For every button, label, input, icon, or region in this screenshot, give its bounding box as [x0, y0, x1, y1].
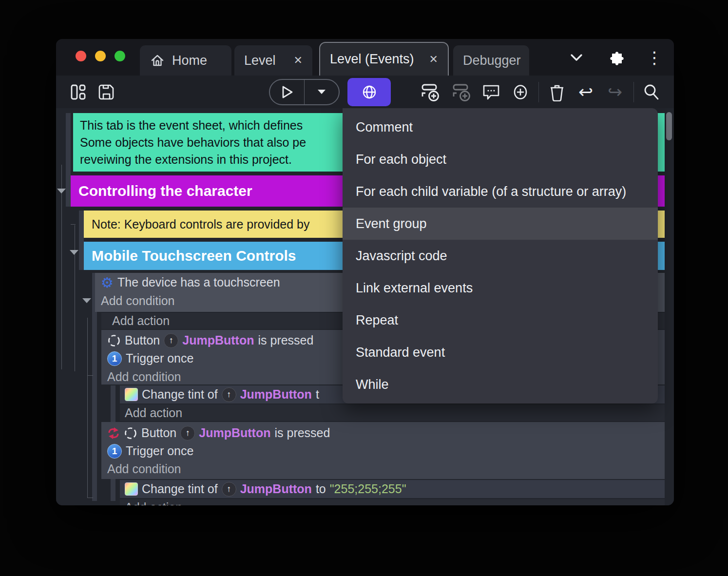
app-window: Home Level ✕ Level (Events) ✕ Debugger [56, 39, 674, 505]
menu-item-while[interactable]: While [343, 368, 658, 401]
tab-bar: Home Level ✕ Level (Events) ✕ Debugger [56, 39, 674, 76]
touch-button-icon [107, 334, 121, 347]
tree-line [87, 498, 93, 498]
jumpbutton-object-icon: ↑ [164, 333, 178, 348]
add-action-row-2[interactable]: Add action [120, 404, 665, 421]
collapse-triangle-group1[interactable] [57, 189, 66, 193]
trigger-once-icon: 1 [107, 351, 122, 366]
system-gear-icon: ⚙ [101, 276, 114, 289]
tint-color-icon [125, 482, 138, 496]
indent-guide [79, 211, 84, 270]
addons-puzzle-icon[interactable] [604, 46, 627, 69]
vertical-scrollbar[interactable] [666, 108, 672, 505]
add-action-link-3[interactable]: Add action [120, 499, 665, 505]
undo-icon[interactable]: ↩ [573, 79, 598, 105]
group2-title: Mobile Touchscreen Controls [92, 248, 296, 264]
search-icon[interactable] [639, 79, 664, 105]
event2-trigger: Trigger once [126, 444, 193, 458]
tint1-prefix: Change tint of [142, 387, 218, 402]
tint2-prefix: Change tint of [142, 482, 218, 496]
toolbar-separator [538, 82, 539, 102]
jumpbutton-object-icon: ↑ [222, 482, 236, 497]
tab-level-events-close-icon[interactable]: ✕ [429, 53, 438, 66]
event2-target: JumpButton [199, 426, 270, 440]
delete-trash-icon[interactable] [544, 79, 570, 105]
tint2-value: "255;255;255" [330, 482, 406, 496]
event2-suffix: is pressed [274, 426, 330, 440]
tint1-target: JumpButton [240, 387, 312, 402]
preview-play-button[interactable] [270, 80, 304, 104]
preview-options-caret-icon[interactable] [305, 80, 339, 104]
event-block-jumpbutton-2[interactable]: Button ↑ JumpButton is pressed 1 Trigger… [101, 422, 665, 479]
invert-condition-icon [107, 426, 120, 440]
menu-item-repeat[interactable]: Repeat [343, 304, 658, 336]
event1-target: JumpButton [182, 333, 254, 347]
preview-split-button [269, 79, 340, 105]
window-minimize-button[interactable] [95, 51, 106, 61]
window-close-button[interactable] [76, 51, 86, 61]
redo-icon[interactable]: ↪ [602, 79, 628, 105]
tab-home-label: Home [172, 53, 207, 68]
menu-item-standard-event[interactable]: Standard event [343, 336, 658, 368]
menu-item-for-each-child-variable[interactable]: For each child variable (of a structure … [343, 175, 658, 208]
screenshot-stage: Home Level ✕ Level (Events) ✕ Debugger [0, 0, 728, 576]
tab-level-events[interactable]: Level (Events) ✕ [319, 42, 449, 76]
main-menu-kebab-icon[interactable]: ⋮ [643, 46, 666, 69]
toolbar: ↩ ↪ [56, 76, 674, 108]
add-comment-icon[interactable] [479, 79, 504, 105]
indent-guide [66, 113, 71, 207]
toolbar-separator-2 [633, 82, 634, 102]
condition-text: The device has a touchscreen [117, 275, 280, 289]
collapse-triangle-event[interactable] [82, 298, 91, 303]
save-icon[interactable] [94, 79, 119, 105]
jumpbutton-object-icon: ↑ [222, 387, 236, 402]
add-action-circle-icon[interactable] [508, 79, 533, 105]
scrollbar-thumb[interactable] [666, 112, 672, 140]
menu-item-javascript-code[interactable]: Javascript code [343, 240, 658, 272]
tree-line [87, 318, 88, 498]
tab-level-close-icon[interactable]: ✕ [294, 54, 303, 67]
tab-debugger-label: Debugger [463, 53, 521, 68]
jumpbutton-object-icon: ↑ [180, 426, 195, 441]
tab-list-chevron-down-icon[interactable] [565, 46, 588, 69]
add-sub-event-icon[interactable] [450, 79, 475, 105]
tree-line [87, 375, 93, 376]
tint2-to: to [316, 482, 326, 496]
menu-item-for-each-object[interactable]: For each object [343, 143, 658, 175]
window-zoom-button[interactable] [115, 51, 125, 61]
preview-browser-globe-button[interactable] [347, 78, 391, 106]
menu-item-link-external-events[interactable]: Link external events [343, 272, 658, 304]
add-action-link-2[interactable]: Add action [120, 404, 665, 421]
layout-panels-icon[interactable] [66, 79, 91, 105]
tab-level[interactable]: Level ✕ [234, 45, 312, 76]
touch-button-icon [124, 426, 137, 440]
menu-item-comment[interactable]: Comment [343, 111, 658, 143]
trigger-once-icon: 1 [107, 444, 122, 459]
add-condition-link-3[interactable]: Add condition [101, 460, 665, 478]
tree-line [61, 165, 62, 369]
tab-level-events-label: Level (Events) [330, 52, 414, 67]
tree-line [75, 225, 75, 371]
tint1-suffix: t [316, 387, 319, 402]
event2-object: Button [141, 426, 176, 440]
add-event-icon[interactable] [419, 79, 444, 105]
menu-item-event-group[interactable]: Event group [343, 208, 658, 240]
tree-line [71, 224, 76, 225]
event1-object: Button [125, 333, 160, 347]
tab-debugger[interactable]: Debugger [453, 45, 529, 76]
event1-suffix: is pressed [258, 333, 313, 347]
note-text: Note: Keyboard controls are provided by [92, 217, 309, 231]
home-icon [150, 53, 165, 68]
event-sheet: This tab is the event sheet, which defin… [56, 108, 674, 505]
tab-level-label: Level [244, 53, 276, 68]
tint2-target: JumpButton [240, 482, 312, 496]
action-change-tint-2[interactable]: Change tint of ↑ JumpButton to "255;255;… [120, 480, 665, 498]
add-action-row-3[interactable]: Add action [120, 499, 665, 505]
collapse-triangle-group2[interactable] [70, 250, 78, 255]
tab-home[interactable]: Home [140, 45, 231, 76]
add-event-context-menu: Comment For each object For each child v… [343, 108, 658, 403]
event1-trigger: Trigger once [126, 351, 193, 365]
tint-color-icon [125, 388, 138, 401]
group1-title: Controlling the character [78, 183, 252, 199]
